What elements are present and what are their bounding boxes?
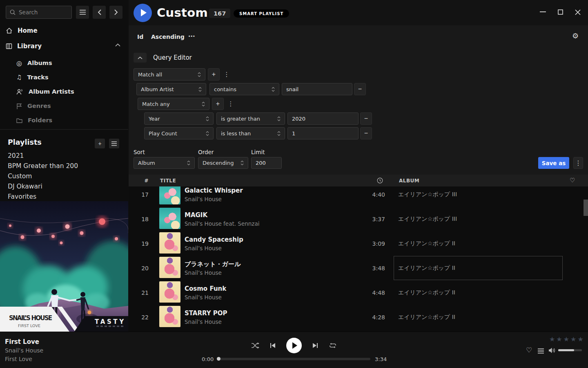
save-as-button[interactable]: Save as	[538, 157, 569, 169]
remove-condition-button[interactable]: −	[360, 112, 372, 125]
star-icon[interactable]: ★	[549, 335, 556, 343]
condition3-field-select[interactable]: Play Count	[144, 127, 214, 139]
library-collapse-chevron[interactable]	[115, 43, 120, 47]
sidebar-item-tracks[interactable]: ♫ Tracks	[16, 72, 49, 82]
queue-button[interactable]	[538, 348, 544, 354]
order-select[interactable]: Descending	[198, 157, 248, 169]
sort-direction-button[interactable]: Ascending	[151, 34, 185, 40]
favorite-button[interactable]: ♡	[526, 346, 532, 355]
back-button[interactable]	[93, 6, 106, 19]
condition2-field-select[interactable]: Year	[144, 112, 214, 125]
select-value: is less than	[221, 130, 251, 137]
table-row[interactable]: 17 Galactic Whisper Snail’s House 4:40 エ…	[129, 186, 588, 206]
window-close-button[interactable]	[575, 9, 581, 15]
playlist-options-button[interactable]	[109, 139, 119, 148]
remove-condition-button[interactable]: −	[360, 127, 372, 139]
search-input[interactable]	[19, 9, 64, 16]
add-condition-button[interactable]: +	[208, 68, 220, 81]
track-artist: Snail’s House	[185, 269, 222, 276]
save-menu-button[interactable]: ⋮	[573, 157, 583, 169]
condition1-operator-select[interactable]: contains	[209, 83, 279, 95]
column-album[interactable]: ALBUM	[399, 178, 419, 184]
match-select-group1[interactable]: Match all	[134, 68, 205, 81]
sidebar-item-library[interactable]: Library	[6, 41, 42, 51]
add-condition-button[interactable]: +	[212, 98, 224, 110]
select-value: is greater than	[221, 116, 260, 122]
track-title: Galactic Whisper	[185, 187, 243, 194]
main-panel: Custom 167 SMART PLAYLIST Id Ascending ⋯…	[129, 0, 588, 332]
clock-icon[interactable]	[377, 177, 383, 184]
volume-icon[interactable]	[548, 348, 556, 353]
table-row[interactable]: 21 Cosmo Funk Snail’s House 4:48 エイリアン☆ポ…	[129, 280, 588, 305]
condition2-operator-select[interactable]: is greater than	[216, 112, 285, 125]
query-collapse-button[interactable]	[134, 53, 147, 63]
sidebar-item-folders[interactable]: Folders	[16, 115, 52, 125]
playlist-item[interactable]: BPM Greater than 200	[8, 162, 78, 171]
play-playlist-button[interactable]	[134, 4, 152, 22]
playlist-item[interactable]: Favorites	[8, 193, 36, 201]
limit-input[interactable]	[251, 157, 282, 169]
shuffle-button[interactable]	[251, 342, 259, 349]
table-row[interactable]: 18 MAGIK Snail’s House feat. Sennzai 3:3…	[129, 206, 588, 231]
seek-bar[interactable]	[218, 358, 370, 360]
condition3-value-input[interactable]	[287, 127, 359, 139]
playlist-item[interactable]: 2021	[8, 152, 24, 160]
condition1-field-select[interactable]: Album Artist	[136, 83, 206, 95]
scrollbar-thumb[interactable]	[584, 200, 588, 216]
table-row[interactable]: 20 プラネット・ガール Snail’s House 3:48 エイリアン☆ポッ…	[129, 256, 588, 280]
group-menu-button[interactable]: ⋮	[223, 68, 230, 81]
repeat-button[interactable]	[329, 342, 337, 349]
window-maximize-button[interactable]	[558, 9, 563, 15]
now-playing-album: First Love	[5, 356, 32, 362]
star-icon[interactable]: ★	[556, 335, 563, 343]
playlist-item[interactable]: Custom	[8, 173, 32, 181]
artwork-label-logo: TASTY	[95, 318, 126, 325]
spinner-icon	[206, 116, 209, 121]
condition2-value-input[interactable]	[287, 112, 359, 125]
query-editor-title: Query Editor	[153, 54, 192, 61]
play-pause-button[interactable]	[286, 338, 302, 353]
now-playing-menu-button[interactable]: ⋮	[34, 339, 40, 345]
star-icon[interactable]: ★	[564, 335, 570, 343]
track-duration: 4:28	[356, 314, 385, 321]
more-options-button[interactable]: ⋯	[188, 32, 195, 40]
rating-stars[interactable]: ★★★★★	[549, 335, 585, 343]
sidebar-item-albums[interactable]: ◎ Albums	[16, 58, 52, 68]
playlist-item[interactable]: DJ Okawari	[8, 183, 42, 191]
remove-condition-button[interactable]: −	[354, 83, 366, 95]
star-icon[interactable]: ★	[570, 335, 577, 343]
volume-slider[interactable]	[558, 349, 582, 351]
condition1-value-input[interactable]	[282, 83, 352, 95]
sidebar-item-album-artists[interactable]: Album Artists	[16, 87, 74, 96]
now-playing-artwork: SNAIL’S HOUSE FIRST LOVE TASTY	[0, 201, 128, 332]
match-select-group2[interactable]: Match any	[138, 98, 209, 110]
sidebar-item-genres[interactable]: Genres	[16, 101, 51, 111]
heart-icon[interactable]: ♡	[570, 177, 575, 184]
minus-icon: −	[364, 115, 368, 122]
select-value: Album Artist	[141, 86, 174, 92]
sidebar-item-home[interactable]: Home	[6, 26, 38, 36]
add-playlist-button[interactable]: +	[95, 139, 105, 148]
track-album: エイリアン☆ポップ II	[398, 240, 455, 247]
sort-select[interactable]: Album	[134, 157, 195, 169]
column-title[interactable]: TITLE	[160, 178, 176, 184]
track-title: プラネット・ガール	[185, 260, 241, 268]
search-box[interactable]	[6, 6, 72, 19]
group-menu-button[interactable]: ⋮	[227, 98, 234, 110]
spinner-icon	[198, 72, 201, 77]
table-row[interactable]: 19 Candy Spaceship Snail’s House 3:09 エイ…	[129, 231, 588, 256]
column-number[interactable]: #	[136, 178, 149, 184]
forward-button[interactable]	[109, 6, 122, 19]
next-track-button[interactable]	[312, 343, 318, 348]
menu-button[interactable]	[76, 6, 89, 19]
condition3-operator-select[interactable]: is less than	[216, 127, 285, 139]
star-icon[interactable]: ★	[577, 335, 584, 343]
window-minimize-button[interactable]	[540, 11, 546, 13]
spinner-icon	[198, 87, 202, 92]
sort-label: Sort	[134, 149, 145, 155]
table-row[interactable]: 22 STARRY POP Snail’s House 4:28 エイリアン☆ポ…	[129, 305, 588, 329]
previous-track-button[interactable]	[270, 343, 276, 348]
seek-handle[interactable]	[217, 357, 220, 361]
gear-icon[interactable]: ⚙	[572, 31, 579, 40]
sort-field-button[interactable]: Id	[137, 34, 143, 40]
